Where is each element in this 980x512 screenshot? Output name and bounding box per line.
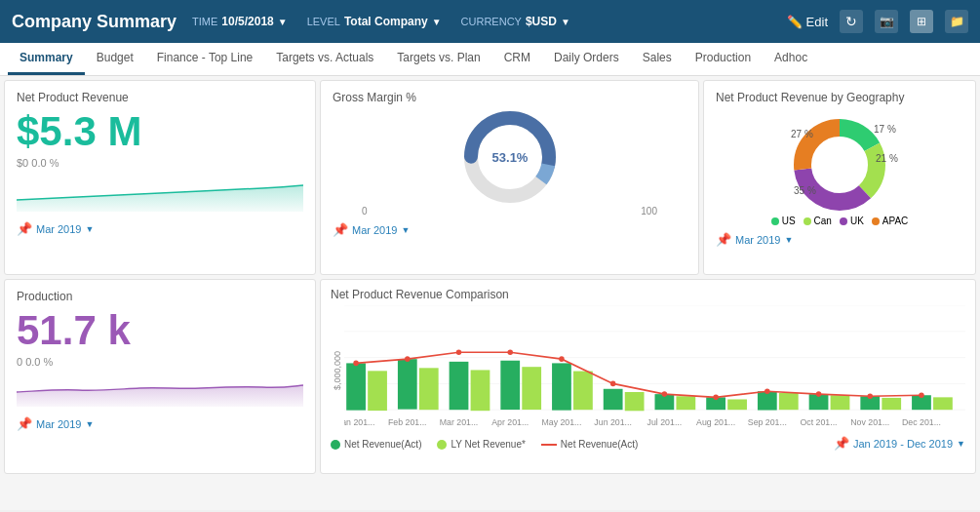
time-dropdown-icon[interactable]: ▼ (278, 17, 288, 27)
svg-point-67 (919, 392, 923, 398)
svg-point-66 (868, 393, 873, 399)
svg-point-59 (507, 349, 512, 355)
tab-budget[interactable]: Budget (85, 43, 145, 75)
svg-rect-35 (727, 399, 747, 410)
pin-icon-prod: 📌 (17, 416, 32, 431)
geo-pin-date: Mar 2019 (735, 234, 780, 246)
barchart-pin[interactable]: 📌 Jan 2019 - Dec 2019 ▼ (834, 436, 965, 451)
pin-dropdown-icon-prod[interactable]: ▼ (85, 419, 94, 429)
tab-daily-orders[interactable]: Daily Orders (542, 43, 631, 75)
svg-text:Feb 201...: Feb 201... (388, 417, 427, 427)
svg-text:Jul 201...: Jul 201... (647, 417, 683, 427)
svg-point-62 (662, 391, 667, 397)
y-axis-label: $,000,000 (333, 351, 342, 390)
svg-text:Sep 201...: Sep 201... (748, 417, 787, 427)
legend-net-act: Net Revenue(Act) (331, 439, 421, 450)
tab-targets-actuals[interactable]: Targets vs. Actuals (264, 43, 385, 75)
svg-rect-39 (831, 395, 850, 410)
tab-production[interactable]: Production (684, 43, 763, 75)
production-sparkline (17, 368, 303, 411)
svg-rect-27 (522, 367, 541, 410)
production-pin[interactable]: 📌 Mar 2019 ▼ (17, 416, 303, 431)
barchart-pin-date: Jan 2019 - Dec 2019 (853, 438, 953, 450)
barchart-title: Net Product Revenue Comparison (331, 288, 965, 301)
time-label: TIME (192, 16, 217, 27)
edit-button[interactable]: ✏️ Edit (787, 15, 828, 29)
donut-center-value: 53.1% (491, 150, 528, 165)
tab-bar: Summary Budget Finance - Top Line Target… (0, 43, 980, 76)
time-control[interactable]: TIME 10/5/2018 ▼ (192, 15, 288, 28)
svg-rect-23 (419, 368, 439, 410)
svg-rect-26 (500, 361, 520, 410)
pin-icon: 📌 (17, 221, 32, 236)
svg-rect-28 (552, 363, 571, 410)
level-control[interactable]: LEVEL Total Company ▼ (307, 15, 442, 28)
barchart-card: Net Product Revenue Comparison $,000,000… (320, 279, 976, 474)
y-axis-label-container: $,000,000 (331, 305, 344, 436)
pin-icon-bar: 📌 (834, 436, 849, 451)
legend-ly-net: LY Net Revenue* (437, 439, 525, 450)
level-value: Total Company (344, 15, 428, 28)
tab-finance-top-line[interactable]: Finance - Top Line (145, 43, 265, 75)
net-revenue-card: Net Product Revenue $5.3 M $0 0.0 % 📌 Ma… (4, 80, 316, 275)
pin-dropdown-icon[interactable]: ▼ (85, 224, 94, 234)
currency-dropdown-icon[interactable]: ▼ (561, 17, 570, 27)
svg-text:Jan 201...: Jan 201... (344, 417, 374, 427)
svg-text:Oct 201...: Oct 201... (800, 417, 837, 427)
tab-sales[interactable]: Sales (631, 43, 684, 75)
camera-icon: 📷 (880, 15, 894, 28)
gross-margin-max: 100 (641, 206, 657, 217)
svg-point-64 (764, 388, 769, 394)
svg-point-60 (559, 356, 564, 362)
net-revenue-sparkline (17, 173, 303, 216)
svg-text:Aug 201...: Aug 201... (696, 417, 735, 427)
refresh-button[interactable]: ↻ (840, 10, 863, 33)
production-value: 51.7 k (17, 307, 303, 354)
legend-line-net-act (541, 444, 557, 446)
gross-margin-pin[interactable]: 📌 Mar 2019 ▼ (333, 222, 686, 237)
net-revenue-pin[interactable]: 📌 Mar 2019 ▼ (17, 221, 303, 236)
gross-margin-donut: 53.1% (333, 108, 686, 206)
tab-summary[interactable]: Summary (8, 43, 85, 75)
svg-point-7 (816, 141, 863, 188)
currency-control[interactable]: CURRENCY $USD ▼ (461, 15, 570, 28)
camera-button[interactable]: 📷 (875, 10, 898, 33)
svg-rect-29 (573, 372, 593, 411)
barchart-bottom: Net Revenue(Act) LY Net Revenue* Net Rev… (331, 436, 965, 451)
geo-legend-uk: UK (840, 216, 864, 226)
gross-margin-card: Gross Margin % 53.1% 0 100 📌 Mar 2019 ▼ (320, 80, 699, 275)
net-revenue-title: Net Product Revenue (17, 91, 303, 104)
pin-dropdown-icon-geo[interactable]: ▼ (784, 235, 793, 245)
level-dropdown-icon[interactable]: ▼ (432, 17, 442, 27)
folder-icon: 📁 (950, 15, 964, 28)
svg-point-63 (713, 395, 718, 401)
app-title: Company Summary (12, 12, 176, 32)
folder-button[interactable]: 📁 (945, 10, 968, 33)
header: Company Summary TIME 10/5/2018 ▼ LEVEL T… (0, 0, 980, 43)
tab-adhoc[interactable]: Adhoc (763, 43, 819, 75)
tab-targets-plan[interactable]: Targets vs. Plan (385, 43, 491, 75)
geo-pin[interactable]: 📌 Mar 2019 ▼ (716, 232, 963, 247)
main-content: Net Product Revenue $5.3 M $0 0.0 % 📌 Ma… (0, 76, 980, 510)
barchart-legend: Net Revenue(Act) LY Net Revenue* Net Rev… (331, 439, 638, 450)
gross-margin-title: Gross Margin % (333, 91, 686, 104)
svg-rect-24 (450, 362, 469, 410)
pin-icon-gross: 📌 (333, 222, 348, 237)
geo-revenue-title: Net Product Revenue by Geography (716, 91, 963, 104)
svg-point-61 (610, 381, 615, 387)
pin-dropdown-icon-bar[interactable]: ▼ (957, 439, 965, 449)
svg-rect-43 (933, 397, 953, 410)
pin-dropdown-icon-gross[interactable]: ▼ (401, 225, 410, 235)
svg-text:Dec 201...: Dec 201... (902, 417, 941, 427)
svg-rect-36 (758, 391, 777, 410)
svg-point-58 (456, 349, 461, 355)
tab-crm[interactable]: CRM (492, 43, 542, 75)
geo-legend: US Can UK APAC (716, 216, 963, 226)
svg-text:Mar 201...: Mar 201... (440, 417, 479, 427)
grid-button[interactable]: ⊞ (910, 10, 933, 33)
net-revenue-pin-date: Mar 2019 (36, 223, 81, 235)
header-controls: TIME 10/5/2018 ▼ LEVEL Total Company ▼ C… (192, 15, 771, 28)
svg-text:Nov 201...: Nov 201... (850, 417, 889, 427)
gross-margin-min: 0 (362, 206, 368, 217)
currency-value: $USD (526, 15, 557, 28)
